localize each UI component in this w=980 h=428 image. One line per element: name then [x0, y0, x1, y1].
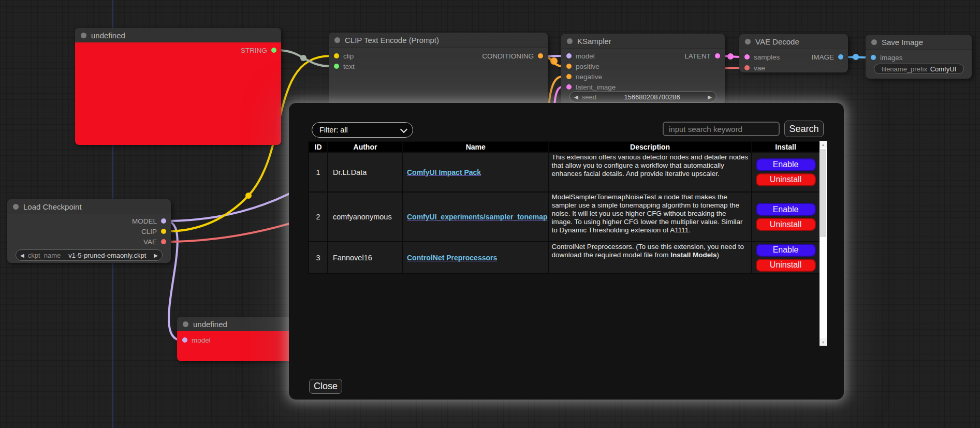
slot-label: negative [576, 73, 602, 81]
decrement-arrow-icon[interactable]: ◀ [574, 94, 578, 100]
uninstall-button[interactable]: Uninstall [756, 259, 816, 272]
filter-select-wrap: Filter: all [312, 122, 413, 138]
node-title: VAE Decode [755, 37, 799, 46]
widget-value[interactable]: ComfyUI [930, 65, 957, 73]
node-save-image[interactable]: Save Image images filename_prefix ComfyU… [866, 35, 972, 79]
widget-label: filename_prefix [882, 65, 927, 73]
model-input-slot[interactable] [566, 53, 572, 58]
image-output-slot[interactable] [838, 54, 843, 60]
text-input-slot[interactable] [334, 64, 339, 69]
node-status-icon [13, 204, 19, 210]
node-status-icon [745, 39, 751, 45]
slot-label: model [192, 336, 211, 344]
widget-label: seed [582, 93, 596, 101]
table-row: 2 comfyanonymous ComfyUI_experiments/sam… [309, 192, 820, 242]
col-header-description: Description [549, 141, 752, 152]
slot-label: samples [754, 53, 780, 61]
enable-button[interactable]: Enable [756, 203, 816, 216]
output-label: LATENT [684, 52, 711, 60]
extension-link[interactable]: ControlNet Preprocessors [407, 254, 497, 262]
node-status-icon [567, 38, 573, 44]
cell-id: 3 [309, 242, 328, 273]
slot-label: images [880, 54, 903, 62]
output-label: CLIP [141, 228, 157, 235]
cell-author: comfyanonymous [328, 192, 403, 242]
filter-select[interactable]: Filter: all [312, 122, 413, 138]
node-load-checkpoint[interactable]: Load Checkpoint MODEL CLIP VAE ◀ ckpt_na… [7, 199, 171, 263]
node-ksampler[interactable]: KSampler model positive negative latent_… [561, 34, 725, 106]
cell-description: ModelSamplerTonemapNoiseTest a node that… [549, 192, 752, 242]
uninstall-button[interactable]: Uninstall [756, 173, 816, 186]
widget-value[interactable]: 156680208700286 [596, 93, 708, 101]
images-input-slot[interactable] [871, 55, 876, 60]
wire-dot [550, 57, 558, 65]
output-label: CONDITIONING [482, 52, 534, 60]
positive-input-slot[interactable] [566, 64, 572, 69]
increment-arrow-icon[interactable]: ▶ [708, 94, 712, 100]
node-status-icon [81, 33, 86, 38]
slot-label: vae [754, 64, 765, 72]
clip-input-slot[interactable] [334, 53, 339, 58]
latent-output-slot[interactable] [715, 53, 720, 58]
node-vae-decode[interactable]: VAE Decode samples vae IMAGE [739, 34, 848, 72]
wire-dot [727, 53, 734, 60]
extension-link[interactable]: ComfyUI_experiments/sampler_tonemap [407, 213, 548, 221]
cell-description: ControlNet Preprocessors. (To use this e… [549, 242, 752, 273]
output-label: STRING [241, 47, 267, 54]
vae-input-slot[interactable] [744, 65, 750, 70]
cell-id: 2 [309, 192, 328, 242]
cell-author: Fannovel16 [328, 242, 403, 273]
filename-prefix-widget[interactable]: filename_prefix ComfyUI [874, 64, 964, 74]
slot-label: text [343, 63, 355, 70]
node-clip-text-encode[interactable]: CLIP Text Encode (Prompt) clip text COND… [329, 33, 548, 110]
node-undefined-top[interactable]: undefined STRING [75, 28, 281, 145]
slot-label: positive [576, 63, 599, 70]
vae-output-slot[interactable] [161, 239, 166, 244]
extensions-table: ID Author Name Description Install 1 Dr.… [308, 141, 821, 274]
samples-input-slot[interactable] [744, 54, 750, 60]
node-title: CLIP Text Encode (Prompt) [345, 36, 439, 45]
negative-input-slot[interactable] [566, 74, 572, 79]
scroll-up-icon[interactable]: ▲ [820, 141, 827, 148]
prev-arrow-icon[interactable]: ◀ [20, 253, 24, 258]
custom-nodes-manager-dialog: Filter: all Search ID Author Name Descri… [289, 103, 844, 400]
wire-dot [245, 193, 252, 199]
cell-description: This extension offers various detector n… [549, 152, 752, 192]
scrollbar-thumb[interactable] [820, 149, 826, 237]
node-title: Load Checkpoint [23, 202, 82, 211]
widget-label: ckpt_name [28, 252, 61, 259]
ckpt-name-widget[interactable]: ◀ ckpt_name v1-5-pruned-emaonly.ckpt ▶ [16, 249, 163, 261]
node-status-icon [334, 37, 340, 43]
node-title: undefined [193, 320, 227, 329]
table-row: 3 Fannovel16 ControlNet Preprocessors Co… [309, 242, 820, 273]
close-button[interactable]: Close [309, 379, 342, 394]
scroll-down-icon[interactable]: ▼ [820, 338, 827, 346]
output-label: MODEL [132, 217, 157, 225]
conditioning-output-slot[interactable] [538, 53, 543, 58]
latent-image-input-slot[interactable] [566, 84, 572, 90]
next-arrow-icon[interactable]: ▶ [154, 253, 158, 258]
node-title: Save Image [882, 38, 923, 47]
widget-value[interactable]: v1-5-pruned-emaonly.ckpt [61, 252, 154, 259]
table-row: 1 Dr.Lt.Data ComfyUI Impact Pack This ex… [309, 152, 820, 192]
model-input-slot[interactable] [182, 337, 187, 343]
search-button[interactable]: Search [784, 121, 824, 137]
clip-output-slot[interactable] [161, 229, 166, 234]
col-header-author: Author [328, 141, 403, 152]
col-header-install: Install [752, 141, 820, 152]
cell-id: 1 [309, 152, 328, 192]
enable-button[interactable]: Enable [756, 158, 816, 171]
wire-dot [300, 55, 306, 61]
search-input[interactable] [663, 122, 780, 136]
slot-label: clip [343, 52, 354, 60]
extension-link[interactable]: ComfyUI Impact Pack [407, 168, 481, 176]
col-header-name: Name [403, 141, 549, 152]
output-label: IMAGE [811, 53, 834, 61]
string-output-slot[interactable] [271, 48, 276, 53]
uninstall-button[interactable]: Uninstall [756, 218, 816, 231]
table-scrollbar[interactable]: ▲ ▼ [820, 141, 827, 346]
enable-button[interactable]: Enable [756, 244, 816, 257]
model-output-slot[interactable] [161, 218, 166, 224]
node-undefined-bottom[interactable]: undefined model [177, 317, 301, 361]
seed-widget[interactable]: ◀ seed 156680208700286 ▶ [569, 91, 716, 102]
